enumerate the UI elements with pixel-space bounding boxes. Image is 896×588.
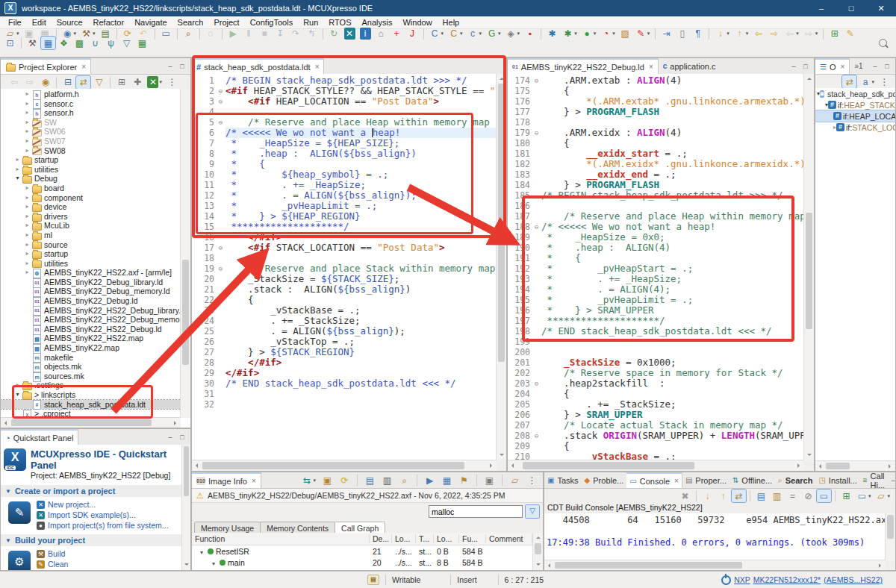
minimize-view-button[interactable]: – [165, 62, 175, 71]
code-line-17[interactable]: 17⊖ <#if STACK_LOCATION == "Post Data"> [192, 243, 497, 253]
code-line-20[interactable]: 20 _StackSize = ${STACK_SIZE}; [192, 274, 497, 284]
expand-arrow-icon[interactable]: ▸ [23, 231, 31, 240]
expand-arrow-icon[interactable]: ▸ [13, 155, 22, 165]
line-number[interactable]: 32 [192, 399, 216, 410]
expand-arrow-icon[interactable]: ▸ [23, 268, 31, 278]
fold-marker-icon[interactable]: ⊖ [532, 431, 541, 441]
tab-installed-sdks[interactable]: ◳Install... [815, 472, 859, 488]
line-number[interactable]: 178 [508, 117, 532, 128]
code-line-174[interactable]: 174⊖ .ARM.extab : ALIGN(4) [508, 75, 804, 86]
mcux-shortcuts-button[interactable]: ✕▾ [146, 76, 164, 89]
section-build-your-project[interactable]: ▼Build your project [1, 534, 182, 546]
code-line-193[interactable]: 193 * . += _HeapSize; [508, 274, 804, 284]
link-import-project-s-from-file-system-[interactable]: ●Import project(s) from file system... [37, 521, 169, 530]
code-line-195[interactable]: 195 * _pvHeapLimit = .; [508, 295, 804, 305]
expand-arrow-icon[interactable]: ▾ [210, 560, 217, 567]
forward-history-button[interactable]: ⇨ [767, 28, 781, 40]
link-import-sdk-example-s-[interactable]: ✕Import SDK example(s)... [37, 510, 169, 519]
tree-item-sw06[interactable]: ▸SW06 [1, 127, 181, 137]
open-console-button[interactable]: ⊞ [839, 490, 853, 502]
line-number[interactable]: 187 [508, 211, 532, 222]
column-header-fu[interactable]: Fu... [459, 534, 486, 543]
jlink-button[interactable]: J [405, 28, 420, 40]
code-line-175[interactable]: 175 { [508, 86, 804, 96]
tab-tasks[interactable]: ▣Tasks [544, 472, 582, 488]
minimize-view-button[interactable]: – [888, 476, 895, 485]
tab-quickstart-panel[interactable]: ◔ Quickstart Panel [1, 429, 78, 445]
back-history-button[interactable]: ⇦ [751, 28, 765, 40]
code-line-196[interactable]: 196 * } > SRAM_UPPER [508, 305, 804, 316]
new-c-project-button[interactable]: C▾ [428, 28, 446, 40]
code-line-203[interactable]: 203⊖ .heap2stackfill : [508, 378, 804, 389]
column-header-lo[interactable]: Lo... [392, 534, 416, 543]
line-number[interactable]: 188 [508, 222, 532, 232]
skip-breakpoints-button[interactable]: ◌ [204, 28, 218, 40]
fold-marker-icon[interactable]: ⊖ [216, 243, 225, 253]
link-build[interactable]: ⚒Build [37, 549, 68, 558]
code-line-23[interactable]: 23 _vStackBase = .; [192, 305, 497, 316]
table-view-button[interactable]: ▦ [440, 474, 454, 487]
code-line-181[interactable]: 181 __exidx_start = .; [508, 148, 804, 159]
code-line-24[interactable]: 24 . += _StackSize; [192, 316, 497, 326]
code-line-177[interactable]: 177 } > PROGRAM_FLASH [508, 107, 804, 117]
code-line-189[interactable]: 189 * _HeapSize = 0x0; [508, 232, 804, 243]
line-number[interactable]: 194 [508, 284, 532, 295]
code-line-182[interactable]: 182 *(.ARM.exidx* .gnu.linkonce.armexidx… [508, 159, 804, 169]
line-number[interactable]: 3 [192, 96, 216, 107]
menu-refactor[interactable]: Refactor [88, 18, 130, 27]
code-line-198[interactable]: 198/* END stack_heap_sdk_postdata.ldt <<… [508, 326, 804, 337]
code-line-5[interactable]: 5⊖ /* Reserve and place Heap within memo… [192, 117, 497, 128]
outline-hscrollbar[interactable] [815, 460, 895, 471]
code-line-199[interactable]: 199 [508, 337, 804, 347]
tree-item-sources-mk[interactable]: msources.mk [1, 372, 181, 381]
expand-arrow-icon[interactable]: ▸ [23, 118, 31, 128]
link-with-editor-button[interactable]: ⇄ [76, 76, 90, 89]
expand-arrow-icon[interactable]: ▸ [23, 108, 31, 118]
code-line-30[interactable]: 30/* END stack_heap_sdk_postdata.ldt <<<… [192, 378, 497, 389]
close-tab-icon[interactable]: × [649, 63, 653, 71]
code-line-7[interactable]: 7 * _HeapSize = ${HEAP_SIZE}; [192, 138, 497, 148]
maximize-view-button[interactable]: □ [800, 62, 811, 71]
tree-item-sw07[interactable]: ▸SW07 [1, 137, 181, 146]
line-number[interactable]: 27 [192, 347, 216, 357]
back-button[interactable]: ⇦▾ [783, 28, 800, 40]
tree-item-objects-mk[interactable]: mobjects.mk [1, 362, 181, 372]
fold-marker-icon[interactable]: ⊖ [216, 86, 225, 96]
open-console-button[interactable]: ▭ [159, 28, 173, 40]
power-tool-button[interactable]: ψ [104, 37, 118, 49]
line-number[interactable]: 175 [508, 86, 532, 96]
tree-item-mculib[interactable]: ▸McuLib [1, 221, 181, 231]
code-line-9[interactable]: 9 * { [192, 159, 497, 169]
code-line-11[interactable]: 11 * . += _HeapSize; [192, 180, 497, 190]
console-hscrollbar[interactable] [544, 560, 886, 570]
pins-tool-button[interactable]: ❖ [57, 37, 71, 49]
code-line-183[interactable]: 183 __exidx_end = .; [508, 169, 804, 180]
line-number[interactable]: 191 [508, 253, 532, 263]
expand-arrow-icon[interactable]: ▸ [23, 90, 31, 99]
line-number[interactable]: 199 [508, 337, 532, 347]
coverage-button[interactable]: G▾ [485, 28, 503, 40]
memory-tools-button[interactable]: ◈▾ [504, 28, 522, 40]
line-number[interactable]: 174 [508, 75, 532, 86]
tree-item-utilities[interactable]: ▸utilities [1, 165, 181, 175]
menu-help[interactable]: Help [438, 18, 465, 27]
code-line-178[interactable]: 178 [508, 117, 804, 128]
line-number[interactable]: 192 [508, 263, 532, 274]
tree-item-aembs-tinyk22-debug-ld[interactable]: 01AEMBS_tinyK22_Debug.ld [1, 296, 181, 306]
line-number[interactable]: 30 [192, 378, 216, 389]
code-line-209[interactable]: 209 { [508, 441, 804, 451]
tree-item-stack-heap-sdk-postdata-ldt[interactable]: #stack_heap_sdk_postdata.ldt [1, 400, 181, 410]
code-line-194[interactable]: 194 * . = ALIGN(4); [508, 284, 804, 295]
maximize-view-button[interactable]: □ [177, 433, 187, 442]
line-number[interactable]: 197 [508, 316, 532, 326]
tree-item-aembs-tinyk22-hs22-debug-ld[interactable]: 01AEMBS_tinyK22_HS22_Debug.ld [1, 325, 181, 334]
line-number[interactable]: 179 [508, 128, 532, 138]
terminate-console-button[interactable]: ✖ [678, 490, 692, 502]
tree-item-makefile[interactable]: mmakefile [1, 353, 181, 363]
filter-button[interactable]: ▽ [525, 504, 540, 519]
line-number[interactable]: 196 [508, 305, 532, 316]
link-new-project-[interactable]: ✕New project... [37, 500, 169, 509]
annotate-button[interactable]: ✎ [843, 28, 857, 40]
maximize-view-button[interactable]: □ [177, 62, 187, 71]
column-header-lo[interactable]: Lo... [434, 534, 459, 543]
